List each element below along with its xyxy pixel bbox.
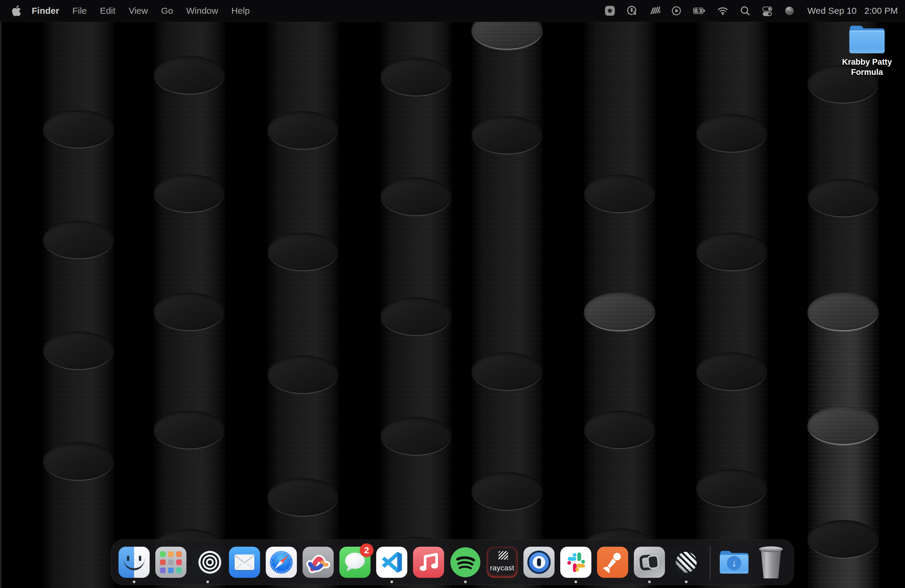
wallpaper-cylinder-column [267,0,339,588]
dock-app-spotify[interactable] [450,540,481,585]
desktop-folder-label: Krabby Patty Formula [837,57,897,77]
raycast-label: raycast [487,564,518,572]
cylinder-top-face [584,292,655,330]
blue-folder-icon [849,26,884,53]
raycast-glyph [499,551,508,559]
dock-app-downloads-folder[interactable]: ↓ [719,540,750,585]
dock-divider [710,545,710,579]
arc-browser-icon [303,547,334,578]
cylinder-top-face [472,116,542,154]
menu-bar-clock[interactable]: Wed Sep 10 2:00 PM [807,6,898,16]
menu-view[interactable]: View [122,6,154,16]
menu-help[interactable]: Help [225,6,256,16]
dock-app-onepassword[interactable] [524,540,554,585]
desktop-wallpaper [0,0,905,588]
cylinder-top-face [43,331,114,369]
dock-app-vscode[interactable] [376,540,407,585]
onepassword-icon [524,547,554,578]
dock-app-safari[interactable] [266,540,297,585]
mail-icon [229,547,260,578]
finder-icon [119,547,150,578]
spotlight-search-icon[interactable] [739,0,751,22]
cylinder-top-face [381,58,451,95]
clock-date: Wed Sep 10 [807,6,857,16]
postman-icon [597,547,628,578]
wallpaper-cylinder-column [43,0,114,588]
running-indicator-dot [206,580,209,583]
launchpad-icon [155,547,186,578]
cylinder-top-face [696,469,767,507]
cylinder-top-face [268,233,338,270]
cylinder-top-face [472,352,542,390]
menu-bar: FinderFileEditViewGoWindowHelp Wed Sep 1… [0,0,905,22]
wallpaper-cylinder-column [584,0,656,588]
cylinder-top-face [43,442,114,480]
wallpaper-cylinder-column [471,0,543,588]
wifi-icon[interactable] [716,0,729,22]
cylinder-top-face [472,472,542,510]
vscode-icon [376,547,407,578]
running-indicator-dot [133,580,136,583]
cylinder-top-face [154,56,224,94]
cylinder-top-face [696,114,767,152]
wallpaper-cylinder-column [807,0,879,588]
dock-app-trash[interactable] [755,540,786,585]
cylinder-top-face [808,292,878,330]
apple-menu-icon[interactable] [12,5,21,16]
running-indicator-dot [685,580,688,583]
striped-banner-icon[interactable] [648,0,660,22]
dock-app-launchpad[interactable] [155,540,186,585]
running-indicator-dot [391,580,393,583]
onepassword-lock-icon[interactable] [626,0,638,22]
apple-music-icon [413,547,444,578]
wallpaper-edge-cylinder [0,0,2,588]
dock-app-raycast[interactable]: raycast [487,540,518,585]
dock: 2raycast↓ [111,539,794,585]
battery-charging-icon[interactable] [692,0,706,22]
cylinder-top-face [381,297,451,335]
download-arrow-icon: ↓ [727,556,741,571]
siri-globe-icon[interactable] [783,0,795,22]
now-playing-icon[interactable] [670,0,682,22]
control-center-icon[interactable] [761,0,773,22]
dock-app-postman[interactable] [597,540,628,585]
cylinder-top-face [154,292,224,330]
concentric-rings-app-icon [192,547,223,578]
dock-app-linear[interactable] [671,540,702,585]
wallpaper-cylinder-column [696,0,768,588]
cylinder-top-face [268,111,338,149]
cylinder-top-face [268,355,338,393]
menu-finder[interactable]: Finder [25,6,66,16]
sunburst-app-icon[interactable] [604,0,616,22]
menu-file[interactable]: File [66,6,94,16]
menu-go[interactable]: Go [154,6,179,16]
cylinder-top-face [696,352,767,390]
cylinder-top-face [584,410,655,448]
overlapping-squares-app-icon [634,547,665,578]
dock-app-slack[interactable] [560,540,591,585]
cylinder-top-face [154,411,224,448]
desktop-folder-krabby-patty-formula[interactable]: Krabby Patty Formula [837,26,897,77]
cylinder-top-face [154,174,224,212]
cylinder-top-face [808,406,878,444]
cylinder-top-face [43,110,114,148]
running-indicator-dot [648,580,651,583]
trash-icon [755,547,786,578]
cylinder-top-face [696,233,767,270]
dock-app-target-rings[interactable] [192,540,223,585]
wallpaper-cylinder-column [380,0,452,588]
cylinder-top-face [381,178,451,215]
raycast-icon: raycast [487,547,518,578]
running-indicator-dot [575,580,577,583]
linear-icon [671,547,702,578]
menu-bar-status-area: Wed Sep 10 2:00 PM [604,0,905,22]
dock-app-apple-music[interactable] [413,540,444,585]
dock-app-messages[interactable]: 2 [340,540,370,585]
dock-app-overlapping-squares[interactable] [634,540,665,585]
menu-edit[interactable]: Edit [94,6,122,16]
dock-app-finder[interactable] [119,540,150,585]
menu-window[interactable]: Window [179,6,225,16]
cylinder-top-face [584,175,655,212]
dock-app-arc-browser[interactable] [303,540,334,585]
dock-app-mail[interactable] [229,540,260,585]
